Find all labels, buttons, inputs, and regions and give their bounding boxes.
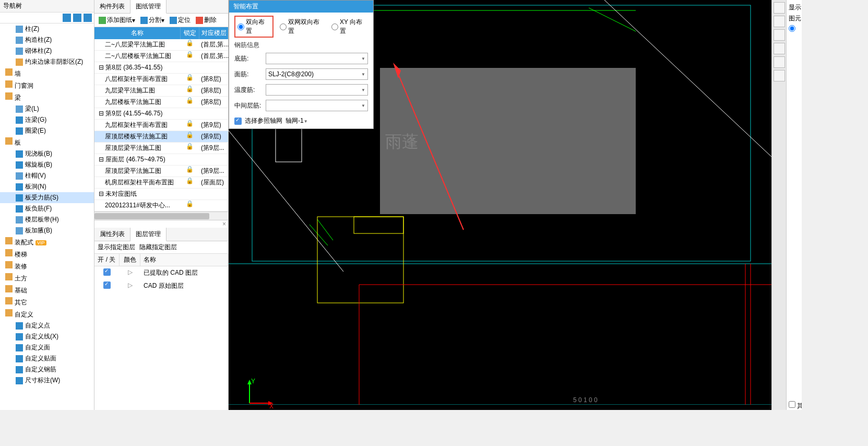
layer-row[interactable]: ▷已提取的 CAD 图层 <box>94 266 228 279</box>
nav-item[interactable]: 楼层板带(H) <box>0 214 94 225</box>
nav-item[interactable]: 构造柱(Z) <box>0 34 94 45</box>
col-layername[interactable]: 名称 <box>140 254 228 266</box>
drawing-row[interactable]: 屋顶层梁平法施工图🔒(第9层... <box>94 143 228 154</box>
right-toolbar <box>771 0 786 410</box>
nav-group[interactable]: 装配式VIP <box>0 236 94 248</box>
nav-item[interactable]: 自定义线(X) <box>0 331 94 342</box>
item-icon <box>16 161 23 169</box>
bottom-rebar-combo[interactable]: ▼ <box>266 53 368 64</box>
nav-item[interactable]: 板加腋(B) <box>0 225 94 236</box>
front-icon[interactable] <box>774 43 785 54</box>
nav-item[interactable]: 连梁(G) <box>0 114 94 125</box>
nav-group[interactable]: 墙 <box>0 67 94 79</box>
nav-item[interactable]: 自定义贴面 <box>0 353 94 364</box>
nav-item[interactable]: 柱(Z) <box>0 24 94 34</box>
nav-item[interactable]: 板受力筋(S) <box>0 192 94 203</box>
drawing-group-row[interactable]: ⊟ 屋面层 (46.75~49.75) <box>94 154 228 166</box>
view3d-icon[interactable] <box>774 2 785 14</box>
nav-item[interactable]: 自定义面 <box>0 342 94 353</box>
top-icon[interactable] <box>774 29 785 41</box>
drawing-row[interactable]: 八层框架柱平面布置图🔒(第8层) <box>94 74 228 85</box>
nav-group[interactable]: 其它 <box>0 296 94 308</box>
chevron-down-icon: ▼ <box>361 88 365 92</box>
radio-double-net[interactable]: 双网双向布置 <box>280 18 325 36</box>
top-rebar-combo[interactable]: SLJ-2(C8@200)▼ <box>266 68 368 80</box>
nav-item[interactable]: 圈梁(E) <box>0 125 94 136</box>
nav-item[interactable]: 约束边缘非阴影区(Z) <box>0 56 94 67</box>
nav-tool-2[interactable] <box>73 14 81 22</box>
nav-item[interactable]: 板负筋(F) <box>0 203 94 214</box>
nav-group[interactable]: 土方 <box>0 272 94 284</box>
drawing-group-row[interactable]: ⊟ 第8层 (36.35~41.55) <box>94 62 228 74</box>
nav-item[interactable]: 梁(L) <box>0 103 94 114</box>
drawing-row[interactable]: 202012311#研发中心...🔒 <box>94 200 228 212</box>
tab-drawing-manage[interactable]: 图纸管理 <box>130 0 167 14</box>
nav-tool-1[interactable] <box>63 14 71 22</box>
iso-icon[interactable] <box>774 16 785 27</box>
nav-group[interactable]: 基础 <box>0 284 94 296</box>
layer-row[interactable]: ▷CAD 原始图层 <box>94 279 228 292</box>
drawing-row[interactable]: 屋顶层楼板平法施工图🔒(第9层) <box>94 131 228 143</box>
hide-layer-link[interactable]: 隐藏指定图层 <box>139 243 177 252</box>
drawing-row[interactable]: 二~八层楼板平法施工图🔒(首层,第... <box>94 51 228 62</box>
nav-item[interactable]: 自定义钢筋 <box>0 364 94 375</box>
other-checkbox[interactable] <box>789 401 795 408</box>
locate-button[interactable]: 定位 <box>168 15 193 26</box>
drawing-row[interactable]: 九层楼板平法施工图🔒(第8层) <box>94 97 228 108</box>
drawing-row[interactable]: 二~八层梁平法施工图🔒(首层,第... <box>94 39 228 51</box>
col-floor[interactable]: 对应楼层 <box>199 27 228 39</box>
tab-property-list[interactable]: 属性列表 <box>94 228 130 241</box>
drawing-row[interactable]: 九层框架柱平面布置图🔒(第9层) <box>94 120 228 131</box>
col-onoff[interactable]: 开 / 关 <box>94 254 120 266</box>
close-icon[interactable]: × <box>94 220 228 228</box>
nav-tool-3[interactable] <box>84 14 92 22</box>
mid-rebar-combo[interactable]: ▼ <box>266 100 368 111</box>
nav-group[interactable]: 门窗洞 <box>0 79 94 91</box>
col-lock[interactable]: 锁定 <box>180 27 199 39</box>
drawing-group-row[interactable]: ⊟ 未对应图纸 <box>94 189 228 200</box>
item-icon <box>16 150 23 158</box>
drawing-row[interactable]: 机房层框架柱平面布置图🔒(屋面层) <box>94 177 228 189</box>
nav-item[interactable]: 柱帽(V) <box>0 170 94 181</box>
delete-button[interactable]: 删除 <box>194 15 219 26</box>
lock-icon: 🔒 <box>186 120 194 127</box>
nav-group[interactable]: 装修 <box>0 260 94 272</box>
canvas[interactable]: 5 0 1 0 0 雨蓬 Y X 智能布置 双向布置 双网双向布置 XY 向布置… <box>229 0 771 410</box>
nav-group[interactable]: 板 <box>0 136 94 148</box>
ref-grid-combo[interactable]: 轴网-1▼ <box>286 116 368 125</box>
nav-group[interactable]: 楼梯 <box>0 248 94 260</box>
item-icon <box>16 26 23 33</box>
grid-icon[interactable] <box>774 70 785 81</box>
ref-grid-checkbox[interactable] <box>234 118 242 125</box>
expand-icon[interactable]: ▷ <box>120 280 140 291</box>
drawing-row[interactable]: 屋顶层梁平法施工图🔒(第9层... <box>94 166 228 177</box>
drawing-row[interactable]: 九层梁平法施工图🔒(第8层) <box>94 85 228 97</box>
nav-item[interactable]: 螺旋板(B) <box>0 159 94 170</box>
nav-item[interactable]: 现浇板(B) <box>0 148 94 159</box>
svg-line-5 <box>589 8 636 31</box>
nav-group[interactable]: 自定义 <box>0 308 94 320</box>
rotate-icon[interactable] <box>774 56 785 68</box>
layer-checkbox[interactable] <box>103 281 111 289</box>
nav-item[interactable]: 尺寸标注(W) <box>0 375 94 386</box>
item-icon <box>16 116 23 124</box>
add-drawing-button[interactable]: 添加图纸 ▾ <box>97 15 137 26</box>
h-scrollbar[interactable] <box>94 212 228 220</box>
layer-checkbox[interactable] <box>103 268 111 276</box>
nav-item[interactable]: 板洞(N) <box>0 181 94 192</box>
nav-group[interactable]: 梁 <box>0 91 94 103</box>
drawing-group-row[interactable]: ⊟ 第9层 (41.55~46.75) <box>94 108 228 120</box>
col-name[interactable]: 名称 <box>94 27 180 39</box>
tab-component-list[interactable]: 构件列表 <box>94 0 130 13</box>
col-color[interactable]: 颜色 <box>120 254 140 266</box>
radio-bidirectional[interactable]: 双向布置 <box>234 16 274 38</box>
tab-layer-manage[interactable]: 图层管理 <box>130 228 167 241</box>
split-button[interactable]: 分割 ▾ <box>138 15 167 26</box>
display-radio[interactable] <box>789 25 795 32</box>
show-layer-link[interactable]: 显示指定图层 <box>98 243 135 252</box>
radio-xy[interactable]: XY 向布置 <box>331 18 368 36</box>
expand-icon[interactable]: ▷ <box>120 267 140 278</box>
nav-item[interactable]: 砌体柱(Z) <box>0 45 94 56</box>
nav-item[interactable]: 自定义点 <box>0 320 94 331</box>
temp-rebar-combo[interactable]: ▼ <box>266 84 368 96</box>
